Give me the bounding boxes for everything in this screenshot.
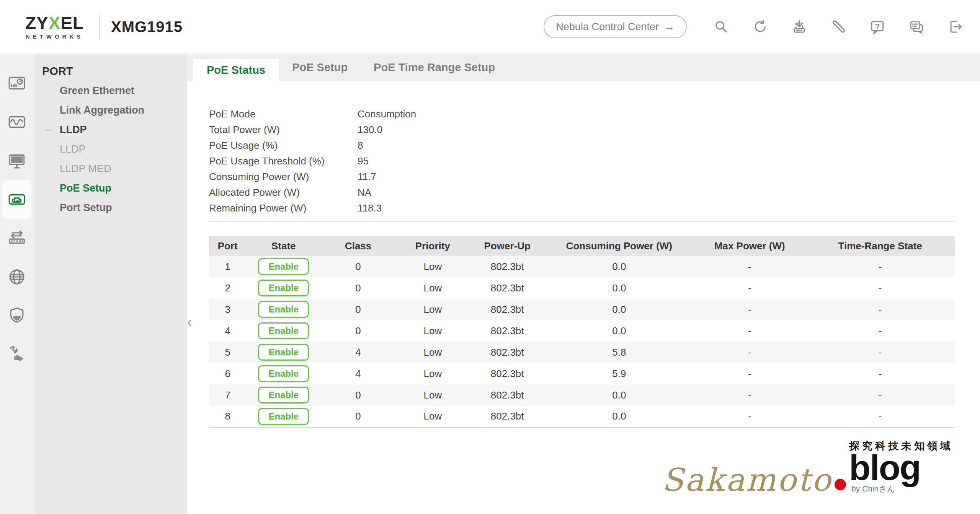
collapse-minus-icon[interactable]: −	[45, 124, 52, 136]
state-enable-button[interactable]: Enable	[258, 258, 309, 275]
poe-summary-row: Remaining Power (W) 118.3	[209, 200, 955, 216]
feedback-icon[interactable]	[908, 18, 925, 35]
watermark-blog-text: blog	[849, 453, 920, 483]
tab-poe-time-range-setup[interactable]: PoE Time Range Setup	[361, 54, 508, 81]
arrow-right-icon: →	[664, 21, 675, 33]
cell-consuming-power: 0.0	[545, 406, 694, 427]
state-enable-button[interactable]: Enable	[258, 280, 309, 296]
sidebar-nav-item[interactable]: Port Setup	[34, 198, 187, 218]
header-actions: Nebula Control Center → ?	[544, 15, 980, 38]
search-icon[interactable]	[713, 18, 730, 35]
cell-consuming-power: 5.8	[545, 342, 694, 363]
cell-time-range-state: -	[805, 277, 955, 299]
cell-port: 8	[209, 406, 246, 427]
poe-summary-row: Total Power (W) 130.0	[209, 122, 955, 138]
cell-consuming-power: 0.0	[545, 320, 694, 342]
body-row: PORT Green Ethernet Link Aggregation −	[0, 54, 980, 514]
help-icon[interactable]: ?	[869, 18, 886, 35]
cell-priority: Low	[395, 277, 470, 299]
cell-state: Enable	[246, 299, 321, 320]
state-enable-button[interactable]: Enable	[258, 365, 309, 382]
sidebar-icon-maintenance[interactable]	[2, 335, 31, 373]
cell-consuming-power: 0.0	[545, 299, 694, 320]
cell-state: Enable	[246, 277, 321, 299]
sidebar-nav-item[interactable]: − LLDP	[34, 120, 187, 140]
nav-item-label: Link Aggregation	[60, 104, 144, 116]
tab-poe-status[interactable]: PoE Status	[193, 59, 279, 81]
cell-max-power: -	[694, 363, 805, 384]
cell-time-range-state: -	[805, 363, 955, 384]
cell-power-up: 802.3bt	[470, 320, 545, 342]
nav-item-label: PoE Setup	[60, 182, 111, 194]
maintenance-wrench-icon[interactable]	[830, 18, 847, 35]
watermark-stack: 探究科技未知領域 blog by Chinさん	[849, 439, 953, 494]
state-enable-button[interactable]: Enable	[258, 344, 309, 361]
cell-priority: Low	[395, 384, 470, 406]
cell-class: 0	[321, 256, 395, 277]
cell-class: 0	[321, 299, 395, 320]
cell-max-power: -	[694, 299, 805, 320]
state-enable-button[interactable]: Enable	[258, 408, 309, 425]
zyxel-green-x: X	[49, 13, 61, 33]
nav-item-list: Green Ethernet Link Aggregation − LLDP	[34, 81, 187, 218]
sidebar-nav-item[interactable]: LLDP	[34, 140, 187, 159]
cell-state: Enable	[246, 342, 321, 363]
sidebar-icon-security[interactable]	[2, 296, 31, 335]
cell-power-up: 802.3bt	[470, 363, 545, 384]
cell-time-range-state: -	[805, 342, 955, 363]
nebula-control-center-button[interactable]: Nebula Control Center →	[544, 15, 687, 38]
refresh-icon[interactable]	[752, 18, 769, 35]
table-row: 6 Enable 4 Low 802.3bt 5.9 - -	[209, 363, 955, 384]
cell-state: Enable	[246, 406, 321, 427]
logout-icon[interactable]	[947, 18, 964, 35]
cell-class: 0	[321, 277, 395, 299]
sidebar-nav-item[interactable]: PoE Setup	[34, 179, 187, 198]
sidebar-icon-port[interactable]	[2, 180, 31, 219]
section-divider	[209, 221, 955, 222]
table-body: 1 Enable 0 Low 802.3bt 0.0 - -	[209, 256, 955, 427]
cell-port: 7	[209, 384, 246, 406]
cell-port: 3	[209, 299, 246, 320]
nav-item-label: Port Setup	[60, 202, 112, 214]
nav-section-title: PORT	[34, 61, 187, 81]
table-row: 3 Enable 0 Low 802.3bt 0.0 - -	[209, 299, 955, 320]
tab-poe-setup[interactable]: PoE Setup	[279, 54, 361, 81]
cell-power-up: 802.3bt	[470, 299, 545, 320]
poe-summary-value: 11.7	[358, 171, 376, 183]
poe-summary-list: PoE Mode Consumption Total Power (W) 130…	[209, 106, 955, 216]
cell-port: 1	[209, 256, 246, 277]
cell-time-range-state: -	[805, 256, 955, 277]
sidebar-icon-networking[interactable]	[2, 257, 31, 296]
header-divider	[99, 15, 100, 39]
poe-summary-value: NA	[358, 187, 371, 198]
cell-class: 4	[321, 342, 395, 363]
table-row: 7 Enable 0 Low 802.3bt 0.0 - -	[209, 384, 955, 406]
watermark-script-text: Sakamoto	[662, 466, 832, 494]
state-enable-button[interactable]: Enable	[258, 322, 309, 339]
sidebar-nav-item[interactable]: Link Aggregation	[34, 101, 187, 120]
zyxel-wordmark: ZYXEL	[25, 14, 84, 32]
sidebar-nav-item[interactable]: Green Ethernet	[34, 81, 187, 101]
table-header-row: PortStateClassPriorityPower-UpConsuming …	[209, 236, 955, 256]
poe-summary-value: 8	[358, 140, 363, 151]
cell-power-up: 802.3bt	[470, 406, 545, 427]
nav-item-label: Green Ethernet	[60, 85, 134, 97]
cell-priority: Low	[395, 363, 470, 384]
cell-time-range-state: -	[805, 406, 955, 427]
sidebar-icon-system[interactable]	[2, 142, 31, 180]
sidebar-icon-monitoring[interactable]	[2, 103, 31, 142]
sidebar-icon-dashboard[interactable]	[2, 64, 31, 103]
save-config-icon[interactable]	[791, 18, 808, 35]
poe-status-content: PoE Mode Consumption Total Power (W) 130…	[187, 81, 980, 494]
nav-item-label: LLDP	[60, 124, 87, 136]
sidebar-nav-item[interactable]: LLDP MED	[34, 159, 187, 179]
nav-collapse-chevron[interactable]: ‹	[183, 314, 196, 330]
cell-consuming-power: 0.0	[545, 277, 694, 299]
table-header-cell: Port	[209, 236, 246, 256]
table-row: 5 Enable 4 Low 802.3bt 5.8 - -	[209, 342, 955, 363]
poe-status-table: PortStateClassPriorityPower-UpConsuming …	[209, 236, 955, 428]
cell-class: 0	[321, 384, 395, 406]
state-enable-button[interactable]: Enable	[258, 387, 309, 403]
state-enable-button[interactable]: Enable	[258, 301, 309, 318]
sidebar-icon-switching[interactable]	[2, 219, 31, 257]
